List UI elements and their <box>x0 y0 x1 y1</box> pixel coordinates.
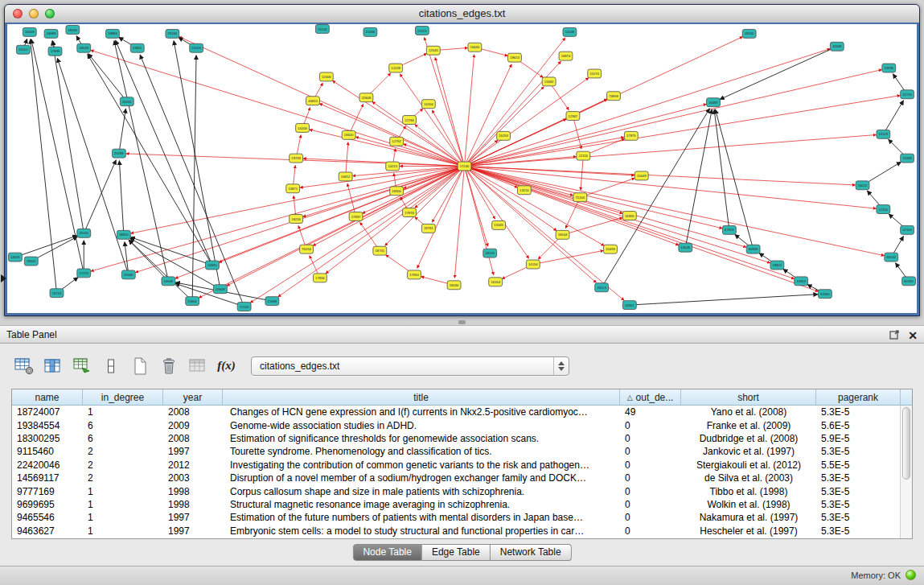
column-header-name[interactable]: name <box>12 389 83 406</box>
graph-node[interactable]: 24689 <box>44 29 58 38</box>
graph-node[interactable]: 20533 <box>77 43 91 52</box>
table-row[interactable]: 911546021997Tourette syndrome. Phenomeno… <box>12 445 912 458</box>
panel-collapse-arrow-icon[interactable] <box>1 274 6 282</box>
graph-node[interactable]: 23811 <box>130 43 144 52</box>
tab-edge-table[interactable]: Edge Table <box>422 544 491 561</box>
graph-node[interactable]: 15723 <box>415 26 429 35</box>
graph-node[interactable]: 15958 <box>901 154 914 163</box>
column-header-out_de[interactable]: △out_de... <box>620 389 681 406</box>
table-vertical-scrollbar[interactable] <box>900 406 912 538</box>
network-graph-canvas[interactable]: 1631824689185302110217995205331988423811… <box>7 24 917 313</box>
column-chooser-icon[interactable] <box>42 355 64 377</box>
graph-node[interactable]: 25600 <box>186 297 199 306</box>
graph-node[interactable]: 17833 <box>403 208 417 217</box>
graph-node[interactable]: 26189 <box>112 149 125 158</box>
graph-node[interactable]: 24123 <box>190 43 203 52</box>
column-header-short[interactable]: short <box>681 389 816 406</box>
graph-node[interactable]: 15124 <box>315 24 329 33</box>
close-panel-icon[interactable]: ✕ <box>908 330 918 341</box>
table-row[interactable]: 946554611997Estimation of the future num… <box>12 511 912 524</box>
graph-node[interactable]: 12104 <box>901 225 914 234</box>
graph-node[interactable]: 17240 <box>458 162 471 171</box>
graph-node[interactable]: 14154 <box>526 260 540 269</box>
graph-node[interactable]: 20509 <box>213 285 227 294</box>
table-row[interactable]: 1872400712008Changes of HCN gene express… <box>12 406 912 418</box>
graph-node[interactable]: 17934 <box>408 270 421 279</box>
graph-node[interactable]: 16812 <box>339 172 352 181</box>
graph-node[interactable]: 24591 <box>206 261 220 270</box>
graph-node[interactable]: 19002 <box>24 257 38 266</box>
table-row[interactable]: 2242004622012Investigating the contribut… <box>12 459 912 472</box>
graph-node[interactable]: 18300 <box>390 187 404 196</box>
scrollbar-thumb[interactable] <box>902 407 910 480</box>
import-table-icon[interactable] <box>71 355 92 377</box>
table-row[interactable]: 946362711997Embryonic stem cells: a mode… <box>12 525 912 538</box>
graph-node[interactable]: 17225 <box>77 269 91 278</box>
table-settings-icon[interactable] <box>13 355 35 377</box>
graph-node[interactable]: 13216 <box>517 186 531 195</box>
graph-node[interactable]: 16012 <box>856 181 869 190</box>
graph-node[interactable]: 15449 <box>634 171 648 180</box>
graph-node[interactable]: 76254 <box>300 245 314 253</box>
graph-node[interactable]: 18530 <box>66 25 80 34</box>
graph-node[interactable]: 16874 <box>559 51 573 60</box>
graph-node[interactable]: 14200 <box>296 123 310 132</box>
graph-node[interactable]: 18145 <box>483 249 497 257</box>
graph-node[interactable]: 12543 <box>426 46 440 55</box>
graph-node[interactable]: 60350 <box>902 277 916 286</box>
graph-node[interactable]: 14215 <box>386 162 400 171</box>
graph-node[interactable]: 15345 <box>492 220 506 229</box>
memory-status-led-icon[interactable] <box>906 570 916 580</box>
tab-network-table[interactable]: Network Table <box>491 544 572 561</box>
graph-node[interactable]: 16164 <box>489 278 503 286</box>
table-row[interactable]: 977716911998Corpus callosum shape and si… <box>12 484 912 497</box>
graph-node[interactable]: 12784 <box>403 116 417 125</box>
graph-node[interactable]: 18113 <box>595 283 609 292</box>
table-row[interactable]: 1938455462009Genome-wide association stu… <box>12 418 912 431</box>
graph-node[interactable]: 15582 <box>542 77 556 86</box>
graph-node[interactable]: 19884 <box>106 29 120 38</box>
graph-node[interactable]: 16544 <box>556 230 569 239</box>
column-header-in_degree[interactable]: in_degree <box>83 389 163 406</box>
graph-node[interactable]: 14123 <box>877 130 890 138</box>
graph-node[interactable]: 15936 <box>882 64 896 72</box>
panel-splitter[interactable] <box>0 319 924 325</box>
graph-node[interactable]: 92450 <box>818 290 832 299</box>
graph-node[interactable]: 20545 <box>121 270 135 279</box>
graph-node[interactable]: 16955 <box>622 212 636 220</box>
graph-node[interactable]: 11549 <box>830 42 844 51</box>
tab-node-table[interactable]: Node Table <box>352 544 422 561</box>
graph-node[interactable]: 13545 <box>679 243 692 252</box>
graph-node[interactable]: 14204 <box>421 100 435 109</box>
graph-node[interactable]: 21102 <box>16 45 30 54</box>
table-row[interactable]: 969969511998Structural magnetic resonanc… <box>12 498 912 511</box>
graph-node[interactable]: 65142 <box>885 253 898 262</box>
graph-node[interactable]: 18130 <box>742 29 756 38</box>
float-panel-icon[interactable] <box>889 328 900 343</box>
graph-node[interactable]: 16253 <box>497 131 511 140</box>
table-selector-dropdown[interactable]: citations_edges.txt <box>251 356 569 376</box>
graph-node[interactable]: 15723 <box>50 289 64 298</box>
graph-node[interactable]: 15493 <box>604 245 618 253</box>
graph-node[interactable]: 19812 <box>770 261 784 270</box>
graph-node[interactable]: 44820 <box>306 97 320 105</box>
graph-node[interactable]: 24501 <box>622 301 636 310</box>
graph-node[interactable]: 17834 <box>313 274 326 282</box>
function-builder-icon[interactable]: f(x) <box>216 355 237 377</box>
graph-node[interactable]: 11074 <box>588 69 602 78</box>
graph-node[interactable]: 19613 <box>508 53 522 62</box>
graph-node[interactable]: 19733 <box>290 154 303 163</box>
graph-node[interactable]: 17995 <box>48 47 62 56</box>
graph-node[interactable]: 13871 <box>286 184 300 193</box>
graph-node[interactable]: 16640 <box>468 43 482 51</box>
delete-table-icon[interactable] <box>158 355 179 377</box>
new-document-icon[interactable] <box>129 355 150 377</box>
column-header-year[interactable]: year <box>163 389 223 406</box>
graph-node[interactable]: 17116 <box>237 303 251 311</box>
graph-node[interactable]: 18420 <box>342 130 355 139</box>
rows-icon[interactable] <box>100 355 121 377</box>
graph-node[interactable]: 17875 <box>624 131 638 140</box>
graph-node[interactable]: 18030 <box>447 281 461 290</box>
graph-node[interactable]: 11548 <box>563 27 577 36</box>
graph-node[interactable]: 12006 <box>319 72 333 81</box>
